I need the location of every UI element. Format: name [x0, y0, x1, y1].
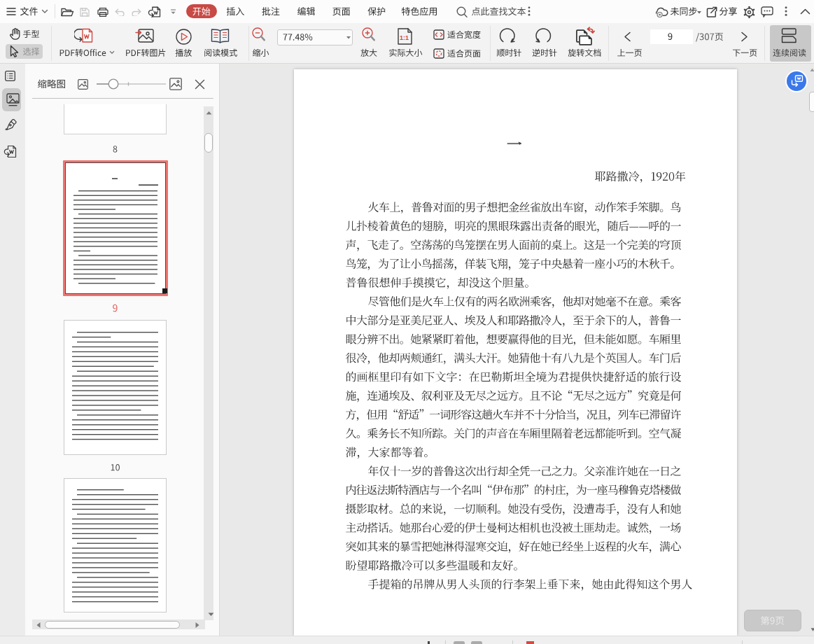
svg-text:1:1: 1:1 [400, 34, 409, 41]
